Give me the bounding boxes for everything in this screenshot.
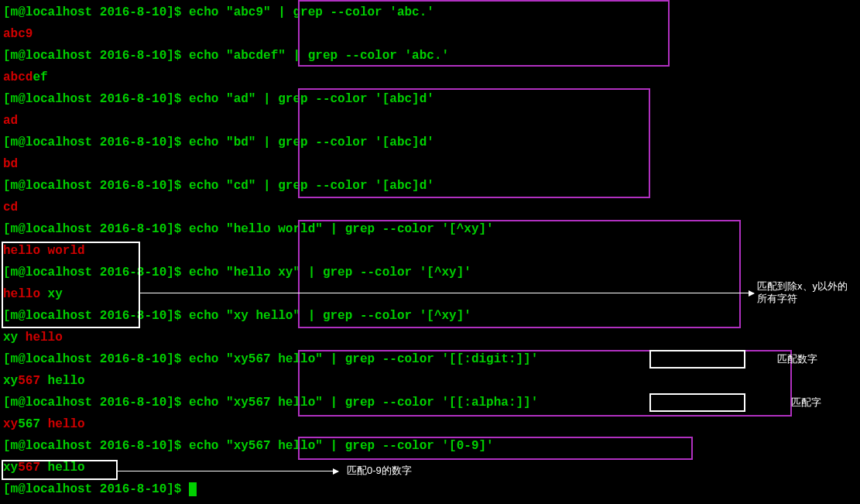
plain-text (40, 417, 48, 431)
command-text: echo "bd" | grep --color '[abc]d' (189, 135, 434, 149)
matched-text: abc9 (3, 27, 33, 41)
terminal[interactable]: [m@localhost 2016-8-10]$ echo "abc9" | g… (0, 0, 860, 502)
output-line: bd (3, 153, 857, 175)
plain-text: hello (40, 461, 85, 475)
prompt: [m@localhost 2016-8-10]$ (3, 179, 189, 193)
command-text: echo "xy hello" | grep --color '[^xy]' (189, 309, 471, 323)
command-text: echo "abc9" | grep --color 'abc.' (189, 5, 434, 19)
plain-text: xy (3, 461, 18, 475)
prompt: [m@localhost 2016-8-10]$ (3, 222, 189, 236)
cursor-line: [m@localhost 2016-8-10]$ (3, 478, 857, 500)
command-text: echo "xy567 hello" | grep --color '[0-9]… (189, 439, 494, 453)
matched-text: 567 (18, 461, 40, 475)
matched-text: cd (3, 201, 18, 214)
command-line: [m@localhost 2016-8-10]$ echo "xy567 hel… (3, 435, 857, 457)
command-text: echo "xy567 hello" | grep --color '[[:di… (189, 352, 538, 366)
annotation-range: 匹配0-9的数字 (347, 465, 412, 477)
command-line: [m@localhost 2016-8-10]$ echo "xy567 hel… (3, 348, 857, 370)
command-text: echo "hello world" | grep --color '[^xy]… (189, 222, 494, 236)
output-line: hello xy (3, 283, 857, 305)
output-line: cd (3, 197, 857, 218)
prompt: [m@localhost 2016-8-10]$ (3, 92, 189, 106)
prompt: [m@localhost 2016-8-10]$ (3, 309, 189, 323)
prompt: [m@localhost 2016-8-10]$ (3, 266, 189, 279)
plain-text: ef (33, 70, 47, 84)
annotation-digit: 匹配数字 (777, 353, 817, 365)
prompt: [m@localhost 2016-8-10]$ (3, 352, 189, 366)
prompt: [m@localhost 2016-8-10]$ (3, 5, 189, 19)
matched-text: hello world (3, 244, 85, 258)
output-line: xy567 hello (3, 457, 857, 478)
output-line: ad (3, 110, 857, 132)
arrow-negation (140, 293, 754, 293)
matched-text: 567 (18, 374, 40, 388)
command-line: [m@localhost 2016-8-10]$ echo "cd" | gre… (3, 175, 857, 197)
matched-text: ad (3, 114, 18, 128)
plain-text: xy (3, 331, 18, 345)
plain-text: hello (40, 374, 85, 388)
command-text: echo "xy567 hello" | grep --color '[[:al… (189, 396, 538, 410)
cursor[interactable] (189, 482, 197, 496)
command-text: echo "hello xy" | grep --color '[^xy]' (189, 266, 471, 279)
output-line: abcdef (3, 67, 857, 88)
output-line: xy567 hello (3, 370, 857, 392)
matched-text: bd (3, 157, 18, 171)
prompt: [m@localhost 2016-8-10]$ (3, 482, 189, 496)
matched-text: hello (48, 417, 85, 431)
plain-text: 567 (18, 417, 40, 431)
prompt: [m@localhost 2016-8-10]$ (3, 49, 189, 63)
command-line: [m@localhost 2016-8-10]$ echo "abc9" | g… (3, 2, 857, 23)
command-text: echo "ad" | grep --color '[abc]d' (189, 92, 434, 106)
command-line: [m@localhost 2016-8-10]$ echo "xy hello"… (3, 305, 857, 327)
command-line: [m@localhost 2016-8-10]$ echo "ad" | gre… (3, 88, 857, 110)
output-line: hello world (3, 240, 857, 262)
command-text: echo "cd" | grep --color '[abc]d' (189, 179, 434, 193)
plain-text: xy (48, 287, 63, 301)
output-line: xy hello (3, 327, 857, 348)
prompt: [m@localhost 2016-8-10]$ (3, 396, 189, 410)
matched-text: hello (3, 287, 48, 301)
output-line: abc9 (3, 23, 857, 45)
plain-text: xy (3, 374, 18, 388)
command-line: [m@localhost 2016-8-10]$ echo "xy567 hel… (3, 392, 857, 413)
matched-text: abcd (3, 70, 33, 84)
command-line: [m@localhost 2016-8-10]$ echo "abcdef" |… (3, 45, 857, 67)
prompt: [m@localhost 2016-8-10]$ (3, 439, 189, 453)
prompt: [m@localhost 2016-8-10]$ (3, 135, 189, 149)
matched-text: hello (18, 331, 63, 345)
annotation-alpha: 匹配字 (791, 396, 821, 409)
arrow-range (118, 471, 338, 471)
command-line: [m@localhost 2016-8-10]$ echo "hello xy"… (3, 262, 857, 283)
command-line: [m@localhost 2016-8-10]$ echo "hello wor… (3, 218, 857, 240)
command-line: [m@localhost 2016-8-10]$ echo "bd" | gre… (3, 132, 857, 153)
annotation-negation: 匹配到除x、y以外的所有字符 (757, 280, 850, 305)
output-line: xy567 hello (3, 413, 857, 435)
command-text: echo "abcdef" | grep --color 'abc.' (189, 49, 449, 63)
matched-text: xy (3, 417, 18, 431)
